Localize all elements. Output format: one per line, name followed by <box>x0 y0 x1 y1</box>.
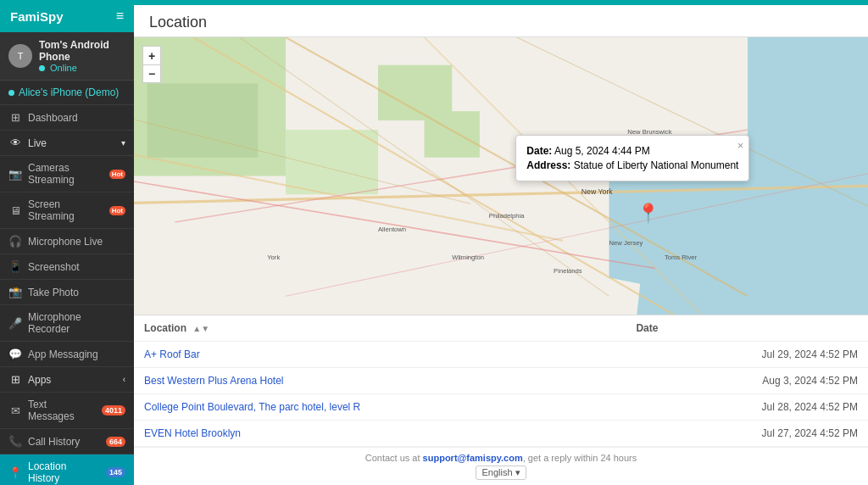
sidebar-item-cameras[interactable]: 📷 Cameras Streaming Hot <box>0 156 134 192</box>
alice-dot <box>8 90 14 96</box>
location-link[interactable]: A+ Roof Bar <box>144 348 200 360</box>
footer-suffix: , get a reply within 24 hours <box>523 453 637 463</box>
sort-icon: ▲▼ <box>192 324 209 333</box>
popup-address-label: Address: <box>526 159 570 171</box>
apps-label: Apps <box>28 374 117 386</box>
microphone-live-label: Microphone Live <box>28 236 125 248</box>
popup-date-value: Aug 5, 2024 4:44 PM <box>554 145 650 157</box>
location-cell: EVEN Hotel Brooklyn <box>134 421 626 447</box>
sidebar-item-screenshot[interactable]: 📱 Screenshot <box>0 254 134 280</box>
dashboard-icon: ⊞ <box>8 111 22 124</box>
location-history-label: Location History <box>28 460 100 484</box>
footer-prefix: Contact us at <box>365 453 423 463</box>
screen-label: Screen Streaming <box>28 198 103 222</box>
svg-text:Allentown: Allentown <box>378 226 406 233</box>
svg-text:New York: New York <box>581 187 613 196</box>
popup-close-button[interactable]: × <box>737 139 744 152</box>
cameras-badge: Hot <box>109 170 125 179</box>
popup-date-label: Date: <box>526 145 552 157</box>
svg-text:Pinelands: Pinelands <box>554 267 582 275</box>
location-link[interactable]: College Point Boulevard, The parc hotel,… <box>144 401 360 413</box>
chevron-down-icon: ▾ <box>121 138 125 148</box>
footer-text: Contact us at support@famispy.com, get a… <box>144 453 858 463</box>
zoom-out-button[interactable]: − <box>142 64 161 83</box>
date-cell: Jul 29, 2024 4:52 PM <box>626 342 868 368</box>
svg-text:Toms River: Toms River <box>665 254 698 261</box>
popup-address-value: Statue of Liberty National Monument <box>574 159 739 171</box>
date-cell: Aug 3, 2024 4:52 PM <box>626 368 868 394</box>
sidebar-item-apps[interactable]: ⊞ Apps ‹ <box>0 367 134 393</box>
sidebar-item-dashboard[interactable]: ⊞ Dashboard <box>0 105 134 131</box>
sidebar-item-screen[interactable]: 🖥 Screen Streaming Hot <box>0 192 134 229</box>
screenshot-icon: 📱 <box>8 260 22 273</box>
table-header-row: Location ▲▼ Date <box>134 315 868 342</box>
map-controls: + − <box>142 46 161 83</box>
avatar: T <box>8 44 32 68</box>
screenshot-label: Screenshot <box>28 261 125 273</box>
camera-icon: 📷 <box>8 168 22 181</box>
location-cell: A+ Roof Bar <box>134 342 626 368</box>
headphone-icon: 🎧 <box>8 235 22 248</box>
sidebar-item-text-messages[interactable]: ✉ Text Messages 4011 <box>0 393 134 429</box>
alice-label: Alice's iPhone (Demo) <box>19 86 119 98</box>
svg-text:Philadelphia: Philadelphia <box>489 212 525 220</box>
language-selector[interactable]: English ▾ <box>476 465 526 480</box>
map-pin[interactable]: 📍 <box>637 203 659 225</box>
device-info: Tom's Android Phone Online <box>39 39 125 73</box>
location-link[interactable]: EVEN Hotel Brooklyn <box>144 427 241 439</box>
eye-icon: 👁 <box>8 137 22 149</box>
alice-section[interactable]: Alice's iPhone (Demo) <box>0 81 134 105</box>
col-header-date[interactable]: Date <box>626 315 868 342</box>
apps-icon: ⊞ <box>8 373 22 386</box>
screen-icon: 🖥 <box>8 204 22 217</box>
photo-icon: 📸 <box>8 286 22 298</box>
location-table-wrapper: Location ▲▼ Date A+ Roof Bar Jul 29, 202… <box>134 315 868 447</box>
hamburger-icon[interactable]: ≡ <box>116 8 124 24</box>
page-title: Location <box>134 5 868 37</box>
sidebar-item-location-history[interactable]: 📍 Location History 145 <box>0 454 134 485</box>
device-status: Online <box>39 63 125 73</box>
microphone-recorder-label: Microphone Recorder <box>28 311 125 335</box>
sidebar-item-call-history[interactable]: 📞 Call History 664 <box>0 429 134 454</box>
zoom-in-button[interactable]: + <box>142 46 161 64</box>
footer: Contact us at support@famispy.com, get a… <box>134 447 868 485</box>
footer-email[interactable]: support@famispy.com <box>423 453 523 463</box>
screen-badge: Hot <box>109 206 125 215</box>
phone-icon: 📞 <box>8 435 22 448</box>
sidebar-item-microphone-recorder[interactable]: 🎤 Microphone Recorder <box>0 305 134 342</box>
device-section: T Tom's Android Phone Online <box>0 32 134 81</box>
sidebar: FamiSpy ≡ T Tom's Android Phone Online A… <box>0 0 134 485</box>
svg-rect-8 <box>425 111 480 158</box>
call-badge: 664 <box>106 437 125 447</box>
location-table: Location ▲▼ Date A+ Roof Bar Jul 29, 202… <box>134 315 868 447</box>
col-header-location[interactable]: Location ▲▼ <box>134 315 626 342</box>
mic-icon: 🎤 <box>8 317 22 330</box>
map-background: New York Philadelphia Long Island Allent… <box>134 37 868 315</box>
date-cell: Jul 27, 2024 4:52 PM <box>626 421 868 447</box>
sidebar-item-live[interactable]: 👁 Live ▾ <box>0 131 134 156</box>
sidebar-item-app-messaging[interactable]: 💬 App Messaging <box>0 342 134 367</box>
live-label: Live <box>28 137 115 149</box>
popup-date-row: Date: Aug 5, 2024 4:44 PM <box>526 145 738 157</box>
location-badge: 145 <box>106 467 125 477</box>
popup-address-row: Address: Statue of Liberty National Monu… <box>526 159 738 171</box>
svg-text:York: York <box>267 254 280 261</box>
svg-text:Wilmington: Wilmington <box>452 254 484 261</box>
map-area[interactable]: New York Philadelphia Long Island Allent… <box>134 37 868 315</box>
location-icon: 📍 <box>8 466 22 479</box>
table-row: College Point Boulevard, The parc hotel,… <box>134 394 868 421</box>
svg-text:New Jersey: New Jersey <box>609 239 643 247</box>
sidebar-item-microphone-live[interactable]: 🎧 Microphone Live <box>0 229 134 254</box>
main-content: Location <box>134 0 868 485</box>
sidebar-item-take-photo[interactable]: 📸 Take Photo <box>0 280 134 305</box>
app-title: FamiSpy <box>10 9 64 24</box>
chat-icon: 💬 <box>8 348 22 360</box>
sms-icon: ✉ <box>8 404 22 417</box>
status-dot <box>39 65 45 71</box>
svg-rect-7 <box>286 130 378 194</box>
take-photo-label: Take Photo <box>28 287 125 298</box>
table-row: EVEN Hotel Brooklyn Jul 27, 2024 4:52 PM <box>134 421 868 447</box>
sidebar-header: FamiSpy ≡ <box>0 0 134 32</box>
text-messages-label: Text Messages <box>28 399 96 422</box>
location-link[interactable]: Best Western Plus Arena Hotel <box>144 375 284 387</box>
